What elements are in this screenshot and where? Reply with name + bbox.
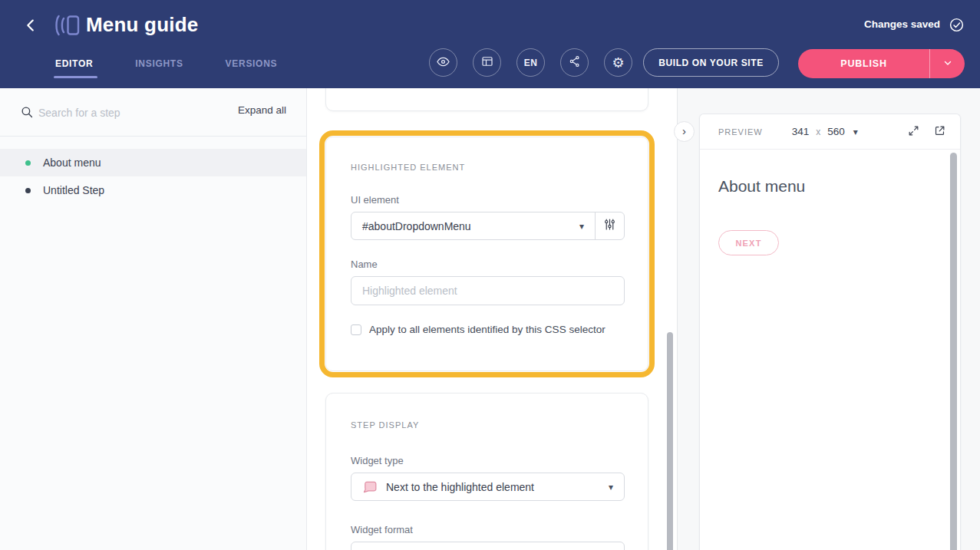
publish-split-button: PUBLISH <box>798 49 965 78</box>
preview-step-title: About menu <box>718 177 805 196</box>
caret-down-icon: ▾ <box>853 127 858 137</box>
step-status-dot-icon <box>25 188 31 193</box>
step-list: About menu Untitled Step <box>0 137 306 204</box>
preview-card: PREVIEW 341 x 560 ▾ <box>699 114 961 550</box>
app-logo-icon <box>54 13 81 41</box>
apply-to-all-label: Apply to all elements identified by this… <box>369 324 605 335</box>
sliders-icon <box>603 218 616 234</box>
step-status-dot-icon <box>25 160 31 166</box>
preview-dimensions-dropdown[interactable]: 341 x 560 ▾ <box>792 126 858 137</box>
format-widget-icon <box>351 546 377 550</box>
expand-all-button[interactable]: Expand all <box>238 104 286 116</box>
tab-insights[interactable]: INSIGHTS <box>135 55 183 78</box>
expand-preview-button[interactable] <box>906 123 922 141</box>
check-circle-icon <box>949 17 965 36</box>
top-header: Menu guide EDITOR INSIGHTS VERSIONS Chan… <box>0 0 980 88</box>
apply-to-all-checkbox-row[interactable]: Apply to all elements identified by this… <box>351 324 605 335</box>
share-button[interactable] <box>560 48 589 77</box>
search-icon <box>20 105 35 123</box>
highlighted-element-name-input[interactable] <box>351 276 625 305</box>
build-on-your-site-button[interactable]: BUILD ON YOUR SITE <box>643 48 779 77</box>
share-icon <box>568 54 582 71</box>
tab-editor[interactable]: EDITOR <box>55 55 93 78</box>
widget-type-label: Widget type <box>351 455 404 466</box>
element-settings-button[interactable] <box>595 212 624 239</box>
step-settings-panel: HIGHLIGHTED ELEMENT UI element #aboutDro… <box>307 88 677 550</box>
language-badge: EN <box>524 58 538 68</box>
widget-type-value: Next to the highlighted element <box>378 481 609 493</box>
preview-height-value: 560 <box>827 126 845 137</box>
page-title: Menu guide <box>86 13 198 37</box>
chevron-down-icon <box>942 58 953 71</box>
language-button[interactable]: EN <box>516 48 545 77</box>
open-in-new-window-button[interactable] <box>932 123 948 141</box>
previous-settings-card-partial <box>325 88 648 111</box>
back-button[interactable] <box>20 15 41 37</box>
checkbox-icon[interactable] <box>351 324 361 335</box>
preview-header-actions <box>906 123 948 141</box>
ui-element-select[interactable]: #aboutDropdownMenu ▾ <box>351 212 625 240</box>
name-label: Name <box>351 259 378 270</box>
external-link-icon <box>933 124 946 140</box>
tab-versions[interactable]: VERSIONS <box>226 55 278 78</box>
step-item-untitled-step[interactable]: Untitled Step <box>0 176 306 204</box>
step-item-label: Untitled Step <box>43 184 104 196</box>
highlighted-element-focus-ring: HIGHLIGHTED ELEMENT UI element #aboutDro… <box>319 130 655 377</box>
preview-scrollbar[interactable] <box>950 153 957 550</box>
preview-eye-button[interactable] <box>429 48 457 77</box>
widget-type-select[interactable]: Next to the highlighted element ▾ <box>351 473 625 501</box>
caret-down-icon: ▾ <box>609 482 624 492</box>
preview-panel-title: PREVIEW <box>718 127 763 137</box>
steps-sidebar: Expand all About menu Untitled Step <box>0 88 307 550</box>
step-item-about-menu[interactable]: About menu <box>0 149 306 176</box>
widget-format-label: Widget format <box>351 524 413 535</box>
app-window: Menu guide EDITOR INSIGHTS VERSIONS Chan… <box>0 0 980 550</box>
settings-button[interactable]: ⚙ <box>604 48 632 77</box>
publish-dropdown-button[interactable] <box>929 49 965 78</box>
widget-format-select[interactable] <box>351 542 625 550</box>
back-chevron-icon <box>22 25 39 36</box>
changes-saved-status: Changes saved <box>864 18 940 30</box>
next-button[interactable]: NEXT <box>718 230 779 255</box>
publish-button[interactable]: PUBLISH <box>798 49 929 78</box>
search-step-input[interactable] <box>38 102 184 124</box>
gear-icon: ⚙ <box>612 56 624 70</box>
header-toolbar: EN ⚙ <box>429 48 632 77</box>
dimensions-separator: x <box>816 127 820 137</box>
chevron-right-icon: › <box>682 125 686 137</box>
tooltip-widget-icon <box>351 480 378 494</box>
preview-width-value: 341 <box>792 126 810 137</box>
ui-element-label: UI element <box>351 194 399 206</box>
section-title: STEP DISPLAY <box>351 420 419 430</box>
editor-scrollbar[interactable] <box>667 332 673 550</box>
layout-icon <box>480 54 494 71</box>
ui-element-value: #aboutDropdownMenu <box>351 220 579 232</box>
header-tabs: EDITOR INSIGHTS VERSIONS <box>55 55 277 78</box>
caret-down-icon: ▾ <box>579 222 595 231</box>
layout-panel-button[interactable] <box>473 48 501 77</box>
highlighted-element-card: HIGHLIGHTED ELEMENT UI element #aboutDro… <box>325 137 648 371</box>
collapse-panel-button[interactable]: › <box>674 121 695 142</box>
step-search-row: Expand all <box>0 88 306 137</box>
preview-header: PREVIEW 341 x 560 ▾ <box>700 114 960 150</box>
eye-icon <box>436 54 450 71</box>
section-title: HIGHLIGHTED ELEMENT <box>351 163 465 172</box>
step-item-label: About menu <box>43 156 101 169</box>
preview-panel: › PREVIEW 341 x 560 ▾ <box>677 88 980 550</box>
expand-arrows-icon <box>907 124 920 140</box>
step-display-card: STEP DISPLAY Widget type Next to the hig… <box>325 393 648 550</box>
